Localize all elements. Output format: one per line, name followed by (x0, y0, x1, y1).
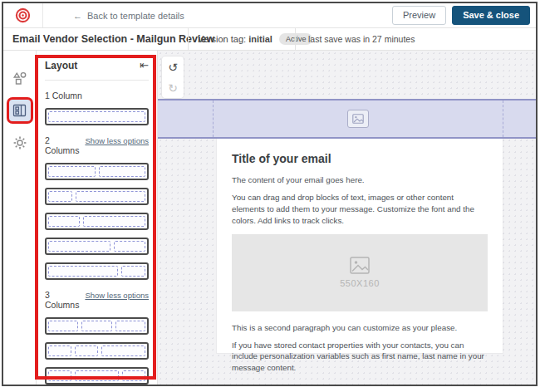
editor-body: Layout ⇤ 1 Column2 ColumnsShow less opti… (3, 51, 536, 385)
layout-panel-icon (12, 104, 27, 117)
template-title: Email Vendor Selection - Mailgun Review (3, 33, 188, 45)
last-save-text: last save was in 27 minutes (296, 34, 415, 44)
layout-tile-33-33-33[interactable] (45, 317, 149, 335)
tile-column (114, 241, 145, 252)
save-close-button[interactable]: Save & close (452, 6, 530, 25)
undo-button[interactable]: ↺ (162, 56, 184, 77)
layout-sections: 1 Column2 ColumnsShow less options3 Colu… (45, 91, 149, 385)
version-tag: Version tag: initial Active (189, 33, 295, 45)
sidebar-item-layout[interactable] (9, 100, 31, 121)
mailgun-logo-icon (15, 7, 31, 23)
version-label: Version tag: (198, 34, 246, 44)
back-link-label: Back to template details (87, 11, 184, 21)
tile-column (48, 111, 145, 122)
layout-section-header: 1 Column (45, 91, 149, 100)
layout-section-header: 3 ColumnsShow less options (45, 290, 149, 310)
tile-column (48, 370, 71, 381)
tile-column (115, 321, 145, 331)
redo-button[interactable]: ↻ (162, 77, 184, 98)
image-icon (352, 114, 364, 124)
back-to-template-details-link[interactable]: ← Back to template details (73, 11, 184, 21)
tile-column (48, 166, 96, 177)
tile-column (75, 345, 98, 356)
undo-redo-toolbar: ↺ ↻ (162, 56, 184, 98)
image-placeholder-block[interactable]: 550X160 (232, 234, 488, 311)
version-value: initial (248, 34, 272, 44)
email-paragraph[interactable]: This is a second paragraph you can custo… (232, 322, 488, 334)
image-icon (350, 257, 370, 274)
show-less-options-link[interactable]: Show less options (85, 136, 149, 145)
layout-panel-header: Layout ⇤ (45, 51, 149, 81)
tile-column (48, 266, 118, 277)
sidebar-item-content-elements[interactable] (9, 67, 31, 89)
layout-panel: Layout ⇤ 1 Column2 ColumnsShow less opti… (37, 51, 158, 385)
layout-tile-25-75[interactable] (45, 188, 149, 205)
editor-canvas: ↺ ↻ Title of your email (158, 51, 536, 385)
layout-tile-75-25[interactable] (45, 262, 149, 280)
layout-tile-50-50[interactable] (45, 163, 149, 180)
tile-column (101, 345, 146, 356)
layout-section-label: 2 Columns (45, 135, 85, 155)
sidebar-rail (3, 51, 37, 385)
email-paragraph[interactable]: You can drag and drop blocks of text, im… (232, 192, 488, 227)
tile-column (122, 370, 145, 381)
header-image-dropzone[interactable] (158, 99, 536, 139)
tile-column (48, 321, 78, 331)
tile-column (99, 166, 146, 177)
preview-button[interactable]: Preview (392, 6, 446, 25)
shapes-icon (12, 71, 27, 86)
template-info-bar: Email Vendor Selection - Mailgun Review … (3, 28, 536, 51)
layout-tile-33-67[interactable] (45, 213, 149, 230)
tile-column (76, 191, 145, 202)
layout-tile-100[interactable] (45, 108, 149, 125)
layout-tile-67-33[interactable] (45, 238, 149, 255)
email-title-block[interactable]: Title of your email (232, 152, 488, 165)
layout-tile-25-50-25[interactable] (45, 367, 149, 385)
email-paragraph[interactable]: If you have stored contact properties wi… (232, 340, 488, 375)
top-bar: ← Back to template details Preview Save … (3, 3, 536, 28)
back-arrow-icon: ← (73, 11, 82, 21)
placeholder-dimensions: 550X160 (340, 278, 380, 288)
collapse-panel-icon[interactable]: ⇤ (140, 59, 149, 71)
tile-column (48, 216, 80, 227)
sidebar-item-settings[interactable] (9, 132, 31, 154)
image-block-chip (347, 110, 369, 128)
tile-column (121, 266, 145, 277)
tile-column (48, 241, 110, 252)
layout-tile-25-25-50[interactable] (45, 342, 149, 360)
gear-icon (12, 135, 27, 150)
logo-cell (3, 3, 43, 27)
email-paragraph[interactable]: The content of your email goes here. (232, 174, 488, 186)
tile-column (83, 216, 145, 227)
layout-section-label: 3 Columns (45, 290, 85, 310)
topbar-actions: Preview Save & close (392, 6, 536, 25)
layout-panel-title: Layout (45, 60, 77, 71)
email-preview: Title of your email The content of your … (217, 139, 503, 353)
layout-section-label: 1 Column (45, 91, 82, 100)
app-window: ← Back to template details Preview Save … (2, 2, 538, 386)
show-less-options-link[interactable]: Show less options (85, 291, 149, 300)
tile-column (75, 370, 120, 381)
tile-column (81, 321, 111, 331)
tile-column (48, 345, 71, 356)
tile-column (48, 191, 72, 202)
layout-section-header: 2 ColumnsShow less options (45, 135, 149, 155)
